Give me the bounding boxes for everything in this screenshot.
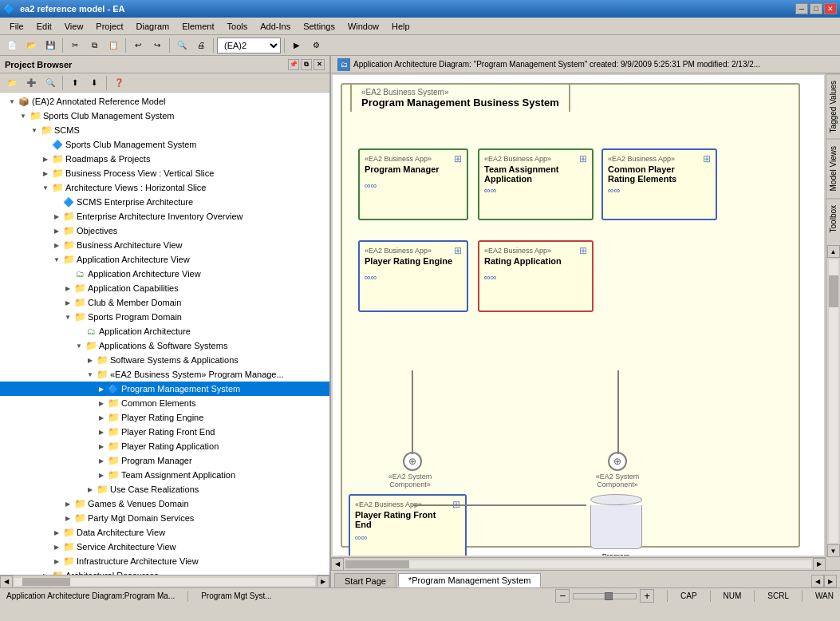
menu-window[interactable]: Window (341, 20, 385, 33)
menu-addins[interactable]: Add-Ins (254, 20, 297, 33)
diagram-canvas[interactable]: «EA2 Business System» Program Management… (333, 75, 824, 556)
tree-node-root[interactable]: ▼ 📦 (EA)2 Annotated Reference Model (0, 94, 329, 109)
zoom-slider-track[interactable] (573, 593, 637, 599)
app-box-frontend[interactable]: ⊞ «EA2 Business App» Player Rating Front… (349, 494, 467, 556)
tree-node-roadmaps[interactable]: ▶ 📁 Roadmaps & Projects (0, 152, 329, 166)
tree-node-games[interactable]: ▶ 📁 Games & Venues Domain (0, 496, 329, 511)
browser-search[interactable]: 🔍 (41, 74, 59, 92)
tree-area[interactable]: ▼ 📦 (EA)2 Annotated Reference Model ▼ 📁 … (0, 93, 329, 575)
tb-open[interactable]: 📂 (22, 37, 40, 54)
toggle-apparch[interactable]: ▼ (51, 254, 62, 265)
tree-node-playerfront[interactable]: ▶ 📁 Player Rating Front End (0, 425, 329, 439)
v-scroll-thumb[interactable] (829, 275, 838, 307)
tab-program-management[interactable]: *Program Management System (398, 573, 541, 587)
diag-scroll-track[interactable] (345, 560, 811, 568)
maximize-button[interactable]: □ (810, 3, 822, 14)
tree-node-scms[interactable]: ▼ 📁 SCMS (0, 123, 329, 137)
toggle-common[interactable]: ▶ (96, 398, 107, 409)
menu-view[interactable]: View (58, 20, 90, 33)
tb-paste[interactable]: 📋 (105, 37, 122, 54)
tree-node-partymgt[interactable]: ▶ 📁 Party Mgt Domain Services (0, 511, 329, 525)
tree-node-common[interactable]: ▶ 📁 Common Elements (0, 396, 329, 410)
toggle-obj[interactable]: ▶ (51, 225, 62, 236)
tree-node-clubmem[interactable]: ▶ 📁 Club & Member Domain (0, 295, 329, 310)
toggle-scms[interactable]: ▼ (29, 125, 40, 136)
tree-node-eainv[interactable]: ▶ 📁 Enterprise Architecture Inventory Ov… (0, 209, 329, 223)
zoom-minus[interactable]: − (555, 589, 570, 603)
app-box-progmgr[interactable]: ⊞ «EA2 Business App» Program Manager ∞∞ (358, 148, 468, 220)
browser-help[interactable]: ❓ (110, 74, 128, 92)
tree-node-apparchview[interactable]: ▶ 🗂 Application Architecture View (0, 267, 329, 281)
tb-redo[interactable]: ↪ (148, 37, 166, 54)
tb-new[interactable]: 📄 (3, 37, 21, 54)
toggle-sportsprog[interactable]: ▼ (62, 311, 73, 322)
menu-diagram[interactable]: Diagram (130, 20, 176, 33)
app-box-ratingapp[interactable]: ⊞ «EA2 Business App» Rating Application … (478, 240, 594, 312)
tree-node-progmgr[interactable]: ▶ 📁 Program Manager (0, 453, 329, 468)
zoom-plus[interactable]: + (640, 589, 654, 603)
toggle-dataarch[interactable]: ▶ (51, 527, 62, 538)
tree-node-obj[interactable]: ▶ 📁 Objectives (0, 223, 329, 238)
tree-node-archviews[interactable]: ▼ 📁 Architecture Views : Horizontal Slic… (0, 180, 329, 195)
tb-settings[interactable]: ⚙ (307, 37, 325, 54)
tree-node-infraarch[interactable]: ▶ 📁 Infrastructure Architecture View (0, 554, 329, 568)
tree-node-bizproc[interactable]: ▶ 📁 Business Process View : Vertical Sli… (0, 166, 329, 180)
tree-scroll-track[interactable] (14, 578, 315, 586)
menu-file[interactable]: File (3, 20, 30, 33)
close-button[interactable]: ✕ (824, 3, 837, 14)
tree-node-swsys[interactable]: ▶ 📁 Software Systems & Applications (0, 353, 329, 367)
diag-scroll-right[interactable]: ▶ (813, 558, 826, 571)
toggle-appsw[interactable]: ▼ (73, 340, 85, 351)
tree-node-ea2prog[interactable]: ▼ 📁 «EA2 Business System» Program Manage… (0, 367, 329, 382)
minimize-button[interactable]: ─ (795, 3, 808, 14)
menu-help[interactable]: Help (385, 20, 416, 33)
context-dropdown[interactable]: (EA)2 (217, 38, 281, 53)
tree-node-archres[interactable]: ▶ 📁 Architectural Resources (0, 568, 329, 575)
toggle-playerapp[interactable]: ▶ (96, 441, 107, 452)
tab-tagged-values[interactable]: Tagged Values (826, 73, 840, 139)
toggle-archviews[interactable]: ▼ (40, 182, 51, 193)
toggle-usecase[interactable]: ▶ (85, 484, 96, 495)
browser-down[interactable]: ⬇ (85, 74, 103, 92)
toggle-roadmaps[interactable]: ▶ (40, 153, 51, 164)
tree-node-appsw[interactable]: ▼ 📁 Applications & Software Systems (0, 338, 329, 353)
v-scroll-up[interactable]: ▲ (827, 245, 840, 258)
tree-node-scms2[interactable]: ▶ 🔷 Sports Club Management System (0, 137, 329, 152)
tab-scroll-right[interactable]: ▶ (824, 575, 837, 587)
toggle-root[interactable]: ▼ (6, 96, 18, 107)
toggle-infraarch[interactable]: ▶ (51, 556, 62, 567)
toggle-playerrating[interactable]: ▶ (96, 412, 107, 423)
tree-node-usecase[interactable]: ▶ 📁 Use Case Realizations (0, 482, 329, 496)
tree-node-appcap[interactable]: ▶ 📁 Application Capabilities (0, 281, 329, 295)
toggle-progmgr[interactable]: ▶ (96, 455, 107, 466)
panel-close[interactable]: ✕ (314, 59, 325, 70)
tree-node-sportsprog[interactable]: ▼ 📁 Sports Program Domain (0, 310, 329, 324)
app-box-commonplayer[interactable]: ⊞ «EA2 Business App» Common PlayerRating… (601, 148, 717, 220)
tree-node-bizarch[interactable]: ▶ 📁 Business Architecture View (0, 238, 329, 252)
tree-scroll-thumb[interactable] (22, 578, 70, 586)
menu-element[interactable]: Element (175, 20, 220, 33)
toggle-bizproc[interactable]: ▶ (40, 168, 51, 179)
tree-node-playerapp[interactable]: ▶ 📁 Player Rating Application (0, 439, 329, 453)
tree-node-progmgmt[interactable]: ▶ 🔷 Program Management System (0, 382, 329, 396)
diag-scroll-thumb[interactable] (345, 560, 409, 568)
tree-node-scmsea[interactable]: ▶ 🔷 SCMS Enterprise Architecture (0, 195, 329, 209)
browser-up[interactable]: ⬆ (66, 74, 84, 92)
v-scroll-down[interactable]: ▼ (827, 544, 840, 557)
tree-node-playerrating[interactable]: ▶ 📁 Player Rating Engine (0, 410, 329, 425)
tree-node-apparch[interactable]: ▼ 📁 Application Architecture View (0, 252, 329, 267)
tb-run[interactable]: ▶ (288, 37, 306, 54)
tree-node-sports[interactable]: ▼ 📁 Sports Club Management System (0, 109, 329, 123)
tb-undo[interactable]: ↩ (129, 37, 147, 54)
tab-scroll-left[interactable]: ◀ (811, 575, 824, 587)
toggle-games[interactable]: ▶ (62, 498, 73, 509)
app-box-teamassign[interactable]: ⊞ «EA2 Business App» Team AssignmentAppl… (478, 148, 594, 220)
tab-start-page[interactable]: Start Page (334, 573, 396, 587)
browser-new[interactable]: 📁 (3, 74, 21, 92)
toggle-teamassign[interactable]: ▶ (96, 469, 107, 481)
tree-node-dataarch[interactable]: ▶ 📁 Data Architecture View (0, 525, 329, 540)
panel-float[interactable]: ⧉ (301, 59, 312, 70)
menu-project[interactable]: Project (89, 20, 129, 33)
toggle-appcap[interactable]: ▶ (62, 283, 73, 294)
tb-find[interactable]: 🔍 (173, 37, 191, 54)
